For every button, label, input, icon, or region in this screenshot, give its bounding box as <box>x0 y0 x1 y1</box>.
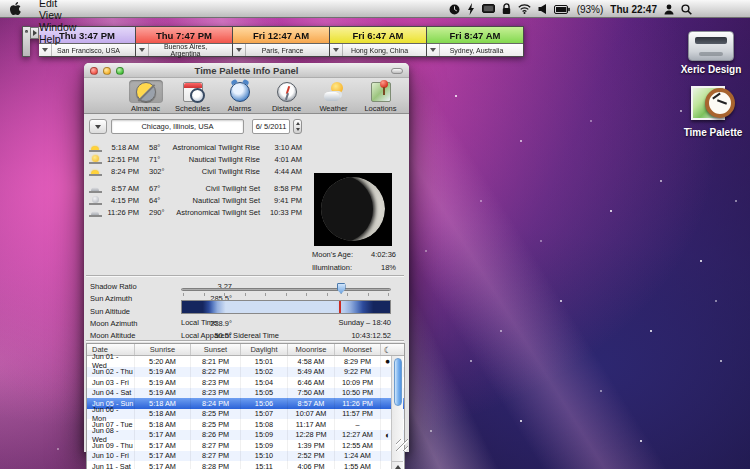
twilight-time: 10:33 PM <box>260 208 302 217</box>
user-icon[interactable] <box>664 0 674 18</box>
desktop-icon-time-palette[interactable]: Time Palette <box>678 84 748 138</box>
menu-item[interactable]: Edit <box>30 0 110 9</box>
volume-icon[interactable] <box>538 0 547 18</box>
slider-ticks <box>183 293 389 296</box>
sunrise-icon <box>88 143 103 152</box>
table-row[interactable]: Jun 08 - Wed 5:17 AM 8:26 PM 15:09 12:28… <box>87 430 404 441</box>
menubar-clock[interactable]: Thu 22:47 <box>610 0 657 18</box>
window-resize-grip[interactable] <box>396 439 408 451</box>
time-slider[interactable] <box>181 283 391 295</box>
cell-daylight: 15:11 <box>241 461 288 469</box>
toolbar-button-label: Alarms <box>228 104 251 113</box>
column-header[interactable]: Moonrise <box>288 344 335 355</box>
menu-item[interactable]: View <box>30 9 110 21</box>
cell-moonset: 10:50 PM <box>335 388 381 399</box>
table-header: DateSunriseSunsetDaylightMoonriseMoonset… <box>87 344 404 356</box>
desktop-icon-label: Time Palette <box>678 127 748 138</box>
location-dropdown-button[interactable] <box>89 119 107 134</box>
cell-daylight: 15:09 <box>241 430 288 441</box>
city-dropdown-button[interactable] <box>427 44 440 56</box>
slider-track[interactable] <box>181 288 391 291</box>
toolbar-schedules[interactable]: Schedules <box>169 78 216 113</box>
twilight-label: Nautical Twilight Rise <box>171 155 260 164</box>
cell-moonrise: 10:07 AM <box>288 409 335 420</box>
drive-icon <box>688 31 734 61</box>
twilight-time: 9:41 PM <box>260 196 302 205</box>
twilight-label: Astronomical Twilight Set <box>171 208 260 217</box>
table-row[interactable]: Jun 01 - Wed 5:20 AM 8:21 PM 15:01 4:58 … <box>87 356 404 367</box>
close-button[interactable] <box>90 67 98 75</box>
toolbar-locations[interactable]: Locations <box>357 78 404 113</box>
cell-sunrise: 5:18 AM <box>135 419 191 430</box>
scroll-up-arrow[interactable] <box>392 462 403 469</box>
column-header[interactable]: Sunrise <box>135 344 191 355</box>
sun-transit-icon <box>88 155 103 164</box>
toolbar-distance[interactable]: Distance <box>263 78 310 113</box>
moon-illumination-row: Illumination: 18% <box>312 263 396 272</box>
event-time: 11:26 PM <box>103 208 139 217</box>
table-row[interactable]: Jun 11 - Sat 5:17 AM 8:28 PM 15:11 4:06 … <box>87 461 404 469</box>
table-row[interactable]: Jun 06 - Mon 5:18 AM 8:25 PM 15:07 10:07… <box>87 409 404 420</box>
toolbar-alarms[interactable]: Alarms <box>216 78 263 113</box>
table-scrollbar[interactable] <box>391 356 403 469</box>
table-row[interactable]: Jun 04 - Sat 5:19 AM 8:23 PM 15:05 7:50 … <box>87 388 404 399</box>
toolbar-almanac[interactable]: Almanac <box>122 78 169 113</box>
date-field[interactable]: 6/ 5/2011 <box>252 119 290 134</box>
cell-moonrise: 8:57 AM <box>288 398 335 409</box>
city-dropdown-button[interactable] <box>39 44 52 56</box>
cell-sunrise: 5:17 AM <box>135 440 191 451</box>
zoom-button[interactable] <box>116 67 124 75</box>
menu-item[interactable]: Window <box>30 21 110 33</box>
twilight-time: 8:58 PM <box>260 184 302 193</box>
window-titlebar[interactable]: Time Palette Info Panel <box>84 63 409 78</box>
cell-date: Jun 11 - Sat <box>87 461 135 469</box>
toolbar-weather[interactable]: Weather <box>310 78 357 113</box>
location-field[interactable]: Chicago, Illinois, USA <box>111 119 244 134</box>
toolbar-button-label: Locations <box>364 104 396 113</box>
wifi-icon[interactable] <box>518 0 531 18</box>
moonrise-icon <box>88 184 103 193</box>
scrollbar-thumb[interactable] <box>394 358 402 406</box>
column-header[interactable]: Moonset <box>335 344 381 355</box>
strip-drag-handle[interactable] <box>22 26 30 57</box>
table-row[interactable]: Jun 09 - Thu 5:17 AM 8:27 PM 15:09 1:39 … <box>87 440 404 451</box>
date-stepper[interactable] <box>293 119 302 134</box>
event-row: 5:18 AM 58° Astronomical Twilight Rise 3… <box>88 141 302 153</box>
moon-illumination-value: 18% <box>381 263 396 272</box>
lightning-icon[interactable] <box>467 0 475 18</box>
city-dropdown-button[interactable] <box>136 44 149 56</box>
city-dropdown-button[interactable] <box>233 44 246 56</box>
event-time: 8:57 AM <box>103 184 139 193</box>
display-icon[interactable] <box>482 0 495 18</box>
city-dropdown-button[interactable] <box>330 44 343 56</box>
table-row[interactable]: Jun 05 - Sun 5:18 AM 8:24 PM 15:06 8:57 … <box>87 398 404 409</box>
desktop-icon-xeric-design[interactable]: Xeric Design <box>676 31 746 75</box>
table-row[interactable]: Jun 10 - Fri 5:17 AM 8:27 PM 15:10 2:52 … <box>87 451 404 462</box>
cell-sunset: 8:22 PM <box>191 367 241 378</box>
column-header[interactable]: Daylight <box>241 344 288 355</box>
moon-transit-icon <box>88 196 103 205</box>
toolbar-toggle-pill[interactable] <box>391 68 403 74</box>
cell-moonrise: 5:49 AM <box>288 367 335 378</box>
table-row[interactable]: Jun 07 - Tue 5:18 AM 8:25 PM 15:08 11:17… <box>87 419 404 430</box>
world-clock-city: Buenos Aires, Argentina <box>149 43 232 57</box>
cell-sunset: 8:23 PM <box>191 377 241 388</box>
table-row[interactable]: Jun 03 - Fri 5:19 AM 8:23 PM 15:04 6:46 … <box>87 377 404 388</box>
i-locations <box>371 82 391 102</box>
cell-moonrise: 6:46 AM <box>288 377 335 388</box>
menu-extras: (93%) Thu 22:47 <box>449 0 692 18</box>
timepalette-menu-icon[interactable] <box>449 0 460 18</box>
column-header[interactable]: Sunset <box>191 344 241 355</box>
world-clock-city: Paris, France <box>246 47 329 54</box>
lock-icon[interactable] <box>502 0 511 18</box>
apple-menu[interactable] <box>0 0 30 17</box>
column-header[interactable]: ☾ <box>381 344 394 355</box>
cell-sunrise: 5:19 AM <box>135 377 191 388</box>
minimize-button[interactable] <box>103 67 111 75</box>
menu-item[interactable]: Help <box>30 33 110 45</box>
sun-moon-events: 5:18 AM 58° Astronomical Twilight Rise 3… <box>88 141 302 218</box>
table-row[interactable]: Jun 02 - Thu 5:19 AM 8:22 PM 15:02 5:49 … <box>87 367 404 378</box>
battery-icon[interactable] <box>554 0 570 18</box>
spotlight-search-icon[interactable] <box>681 0 692 18</box>
world-clock: Thu 7:47 PM Buenos Aires, Argentina <box>136 26 233 57</box>
